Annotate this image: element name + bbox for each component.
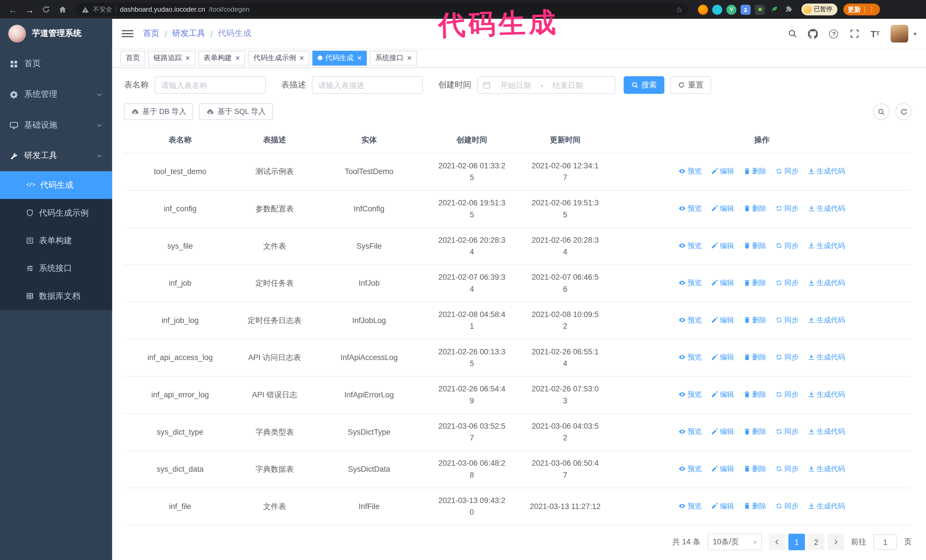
sidebar-item-db-doc[interactable]: 数据库文档 bbox=[0, 282, 112, 310]
sync-link[interactable]: 同步 bbox=[776, 463, 799, 474]
delete-link[interactable]: 删除 bbox=[743, 351, 766, 363]
delete-link[interactable]: 删除 bbox=[743, 314, 766, 326]
close-icon[interactable]: × bbox=[300, 54, 304, 62]
preview-link[interactable]: 预览 bbox=[679, 500, 702, 512]
sidebar-item-form-builder[interactable]: 表单构建 bbox=[0, 227, 112, 254]
tab-codegen[interactable]: 代码生成× bbox=[312, 50, 367, 65]
preview-link[interactable]: 预览 bbox=[679, 426, 702, 437]
fullscreen-button[interactable] bbox=[849, 28, 859, 39]
breadcrumb-link-home[interactable]: 首页 bbox=[143, 28, 160, 39]
delete-link[interactable]: 删除 bbox=[743, 426, 766, 437]
logo[interactable]: 芋道管理系统 bbox=[0, 19, 112, 48]
edit-link[interactable]: 编辑 bbox=[711, 426, 734, 437]
font-size-button[interactable]: TT bbox=[870, 28, 881, 39]
delete-link[interactable]: 删除 bbox=[743, 277, 766, 288]
edit-link[interactable]: 编辑 bbox=[711, 463, 734, 474]
table-desc-input[interactable] bbox=[312, 76, 423, 94]
preview-link[interactable]: 预览 bbox=[679, 463, 702, 474]
next-page-button[interactable] bbox=[828, 534, 844, 550]
extension-icon-teal[interactable] bbox=[712, 5, 722, 15]
edit-link[interactable]: 编辑 bbox=[711, 388, 734, 400]
delete-link[interactable]: 删除 bbox=[743, 240, 766, 252]
search-button[interactable]: 搜索 bbox=[624, 76, 664, 94]
search-button[interactable] bbox=[787, 28, 798, 39]
tab-home[interactable]: 首页 bbox=[121, 50, 145, 65]
generate-code-link[interactable]: 生成代码 bbox=[808, 463, 845, 474]
sync-link[interactable]: 同步 bbox=[776, 202, 799, 214]
preview-link[interactable]: 预览 bbox=[679, 165, 702, 177]
sidebar-item-dev-tools[interactable]: 研发工具 bbox=[0, 140, 112, 171]
edit-link[interactable]: 编辑 bbox=[711, 240, 734, 252]
sidebar-item-infrastructure[interactable]: 基础设施 bbox=[0, 110, 112, 141]
sync-link[interactable]: 同步 bbox=[776, 240, 799, 252]
tab-system-api[interactable]: 系统接口× bbox=[370, 50, 417, 65]
generate-code-link[interactable]: 生成代码 bbox=[808, 500, 845, 512]
preview-link[interactable]: 预览 bbox=[679, 314, 702, 326]
sync-link[interactable]: 同步 bbox=[776, 426, 799, 437]
bookmark-star-icon[interactable]: ☆ bbox=[676, 5, 683, 14]
generate-code-link[interactable]: 生成代码 bbox=[808, 388, 845, 400]
preview-link[interactable]: 预览 bbox=[679, 388, 702, 400]
edit-link[interactable]: 编辑 bbox=[711, 277, 734, 288]
help-button[interactable]: ? bbox=[829, 28, 839, 39]
toggle-search-button[interactable] bbox=[873, 103, 889, 120]
generate-code-link[interactable]: 生成代码 bbox=[808, 165, 845, 177]
close-icon[interactable]: × bbox=[407, 54, 412, 62]
sidebar-item-codegen[interactable]: </> 代码生成 bbox=[0, 171, 112, 199]
breadcrumb-link-dev-tools[interactable]: 研发工具 bbox=[172, 28, 205, 39]
generate-code-link[interactable]: 生成代码 bbox=[808, 240, 845, 252]
edit-link[interactable]: 编辑 bbox=[711, 351, 734, 363]
generate-code-link[interactable]: 生成代码 bbox=[808, 426, 845, 437]
close-icon[interactable]: × bbox=[235, 54, 240, 62]
user-avatar[interactable] bbox=[891, 25, 908, 42]
sync-link[interactable]: 同步 bbox=[776, 277, 799, 288]
reset-button[interactable]: 重置 bbox=[670, 76, 711, 94]
delete-link[interactable]: 删除 bbox=[743, 202, 766, 214]
import-sql-button[interactable]: 基于 SQL 导入 bbox=[199, 103, 273, 120]
sidebar-item-codegen-example[interactable]: 代码生成示例 bbox=[0, 199, 112, 226]
table-name-input[interactable] bbox=[155, 76, 266, 94]
preview-link[interactable]: 预览 bbox=[679, 240, 702, 252]
edit-link[interactable]: 编辑 bbox=[711, 314, 734, 326]
delete-link[interactable]: 删除 bbox=[743, 388, 766, 400]
preview-link[interactable]: 预览 bbox=[679, 202, 702, 214]
tab-codegen-example[interactable]: 代码生成示例× bbox=[248, 50, 309, 65]
create-time-range-picker[interactable]: - bbox=[477, 76, 616, 94]
extension-icon-orange[interactable] bbox=[698, 5, 708, 15]
paused-badge[interactable]: 已暂停 bbox=[802, 3, 837, 15]
sync-link[interactable]: 同步 bbox=[776, 388, 799, 400]
prev-page-button[interactable] bbox=[769, 534, 785, 550]
extension-icon-people[interactable] bbox=[740, 5, 750, 15]
end-date-input[interactable] bbox=[545, 81, 590, 89]
close-icon[interactable]: × bbox=[186, 54, 190, 62]
sync-link[interactable]: 同步 bbox=[776, 165, 799, 177]
github-button[interactable] bbox=[808, 28, 818, 39]
address-bar[interactable]: 不安全 dashboard.yudao.iocoder.cn/tool/code… bbox=[76, 3, 688, 16]
sidebar-item-system-management[interactable]: 系统管理 bbox=[0, 79, 112, 110]
sync-link[interactable]: 同步 bbox=[776, 314, 799, 326]
forward-button[interactable]: → bbox=[23, 2, 37, 17]
home-button[interactable] bbox=[56, 2, 70, 17]
tab-trace[interactable]: 链路追踪× bbox=[148, 50, 195, 65]
extension-icon-vue[interactable]: V bbox=[726, 5, 736, 15]
back-button[interactable]: ← bbox=[6, 2, 20, 17]
sync-link[interactable]: 同步 bbox=[776, 500, 799, 512]
kebab-menu-icon[interactable]: ⋮ bbox=[869, 6, 875, 14]
generate-code-link[interactable]: 生成代码 bbox=[808, 202, 845, 214]
extension-icon-leaf[interactable] bbox=[769, 5, 779, 15]
generate-code-link[interactable]: 生成代码 bbox=[808, 351, 845, 363]
sidebar-item-home[interactable]: 首页 bbox=[0, 48, 112, 79]
page-size-select[interactable]: 10条/页 ▾ bbox=[707, 534, 762, 550]
update-button[interactable]: 更新 ⋮ bbox=[843, 3, 880, 15]
page-button-1[interactable]: 1 bbox=[788, 534, 805, 550]
extensions-puzzle-icon[interactable] bbox=[783, 5, 793, 15]
goto-page-input[interactable] bbox=[873, 534, 897, 550]
generate-code-link[interactable]: 生成代码 bbox=[808, 314, 845, 326]
hamburger-menu-button[interactable] bbox=[122, 30, 133, 37]
page-button-2[interactable]: 2 bbox=[808, 534, 824, 550]
close-icon[interactable]: × bbox=[357, 54, 362, 62]
extension-icon-dark[interactable] bbox=[755, 5, 765, 15]
reload-button[interactable] bbox=[39, 2, 53, 17]
tab-form-builder[interactable]: 表单构建× bbox=[198, 50, 245, 65]
edit-link[interactable]: 编辑 bbox=[711, 202, 734, 214]
